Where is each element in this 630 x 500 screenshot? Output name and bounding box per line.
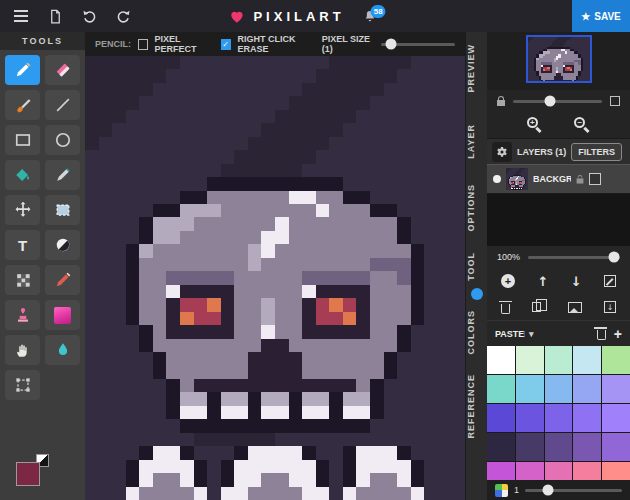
- palette-color-swatch[interactable]: [545, 346, 573, 374]
- tab-colors[interactable]: COLORS: [466, 310, 488, 355]
- delete-layer-icon[interactable]: [501, 304, 510, 314]
- palette-color-swatch[interactable]: [573, 404, 601, 432]
- tab-options[interactable]: OPTIONS: [466, 184, 488, 232]
- palette-color-swatch[interactable]: [516, 346, 544, 374]
- palette-color-swatch[interactable]: [573, 346, 601, 374]
- palette-color-swatch[interactable]: [545, 404, 573, 432]
- zoom-in-icon[interactable]: +: [527, 117, 543, 133]
- redo-icon[interactable]: [114, 7, 132, 25]
- pixel-size-slider[interactable]: [381, 43, 455, 46]
- tool-pencil[interactable]: [5, 55, 40, 85]
- duplicate-layer-icon[interactable]: [532, 302, 541, 312]
- tool-brush[interactable]: [5, 90, 40, 120]
- tab-layer[interactable]: LAYER: [466, 124, 488, 159]
- save-button-label: SAVE: [594, 11, 621, 22]
- brush-icon: [13, 95, 33, 115]
- tool-dither[interactable]: [5, 265, 40, 295]
- add-color-icon[interactable]: +: [614, 326, 622, 342]
- panel-tab-strip: PREVIEWLAYEROPTIONSTOOLCOLORSREFERENCE: [465, 32, 487, 500]
- delete-palette-icon[interactable]: [597, 330, 606, 340]
- merge-image-icon[interactable]: [568, 302, 582, 313]
- slider-knob: [545, 96, 556, 107]
- palette-color-swatch[interactable]: [545, 375, 573, 403]
- tool-gradient[interactable]: [45, 300, 80, 330]
- palette-color-swatch[interactable]: [602, 346, 630, 374]
- primary-color-swatch[interactable]: [16, 462, 40, 486]
- tool-line[interactable]: [45, 90, 80, 120]
- tool-eraser[interactable]: [45, 55, 80, 85]
- tool-hand[interactable]: [5, 335, 40, 365]
- right-click-erase-checkbox[interactable]: ✓: [221, 39, 231, 50]
- move-layer-down-icon[interactable]: ↓: [571, 274, 582, 289]
- color-picker-icon[interactable]: [495, 484, 508, 497]
- preview-expand-button[interactable]: [610, 96, 620, 106]
- tool-stylus[interactable]: [45, 160, 80, 190]
- zoom-out-icon[interactable]: −: [574, 117, 590, 133]
- new-file-icon[interactable]: [46, 7, 64, 25]
- palette-color-swatch[interactable]: [602, 404, 630, 432]
- undo-icon[interactable]: [80, 7, 98, 25]
- layer-visibility-icon[interactable]: [493, 175, 501, 183]
- tool-stamp[interactable]: [5, 300, 40, 330]
- tool-color-replace[interactable]: [45, 265, 80, 295]
- right-panel: + − LAYERS (1) FILTERS: [487, 32, 630, 500]
- tool-droplet[interactable]: [45, 335, 80, 365]
- palette-color-swatch[interactable]: [487, 404, 515, 432]
- palette-color-swatch[interactable]: [573, 462, 601, 480]
- palette-color-swatch[interactable]: [516, 462, 544, 480]
- gear-icon: [496, 146, 508, 158]
- layer-lock-icon[interactable]: [577, 178, 584, 183]
- palette-color-swatch[interactable]: [573, 375, 601, 403]
- pixel-perfect-checkbox[interactable]: ✓: [138, 39, 148, 50]
- tab-reference[interactable]: REFERENCE: [466, 374, 488, 439]
- minus-glyph: −: [577, 118, 582, 127]
- palette-dropdown[interactable]: PASTEL ▾: [495, 329, 589, 339]
- tool-move[interactable]: [5, 195, 40, 225]
- palette-color-swatch[interactable]: [602, 433, 630, 461]
- palette-color-swatch[interactable]: [516, 404, 544, 432]
- tool-tab-active-dot[interactable]: [471, 288, 483, 300]
- palette-color-swatch[interactable]: [602, 375, 630, 403]
- tool-shading[interactable]: [45, 230, 80, 260]
- palette-color-swatch[interactable]: [516, 433, 544, 461]
- palette-grid: [487, 346, 630, 480]
- logo[interactable]: PIXILART 58: [228, 0, 377, 32]
- move-layer-up-icon[interactable]: ↑: [537, 274, 548, 289]
- palette-size-slider[interactable]: [525, 489, 622, 492]
- layer-row[interactable]: BACKGROUND: [487, 164, 630, 194]
- opacity-slider[interactable]: [528, 256, 620, 259]
- notifications-bell[interactable]: 58: [363, 9, 378, 24]
- drawing-canvas[interactable]: [85, 56, 465, 500]
- menu-icon[interactable]: [12, 7, 30, 25]
- tool-rectangle[interactable]: [5, 125, 40, 155]
- palette-color-swatch[interactable]: [487, 375, 515, 403]
- rename-layer-icon[interactable]: [604, 275, 616, 287]
- palette-color-swatch[interactable]: [545, 462, 573, 480]
- palette-color-swatch[interactable]: [573, 433, 601, 461]
- tab-preview[interactable]: PREVIEW: [466, 44, 488, 93]
- tool-text[interactable]: T: [5, 230, 40, 260]
- layer-select-checkbox[interactable]: [589, 173, 601, 185]
- export-layer-icon[interactable]: ↓: [604, 301, 616, 313]
- layer-settings-button[interactable]: [492, 142, 512, 162]
- lock-icon[interactable]: [497, 100, 505, 106]
- tool-select[interactable]: [45, 195, 80, 225]
- plus-glyph: +: [530, 118, 535, 127]
- pixilart-app: PIXILART 58 ★ SAVE TOOLS T: [0, 0, 630, 500]
- palette-color-swatch[interactable]: [487, 346, 515, 374]
- save-button[interactable]: ★ SAVE: [572, 0, 630, 32]
- top-bar: PIXILART 58 ★ SAVE: [0, 0, 630, 32]
- palette-color-swatch[interactable]: [516, 375, 544, 403]
- filters-button[interactable]: FILTERS: [571, 143, 622, 161]
- tool-circle[interactable]: [45, 125, 80, 155]
- add-layer-icon[interactable]: +: [501, 274, 515, 288]
- palette-color-swatch[interactable]: [545, 433, 573, 461]
- tool-bucket[interactable]: [5, 160, 40, 190]
- tab-tool[interactable]: TOOL: [466, 252, 488, 281]
- palette-color-swatch[interactable]: [602, 462, 630, 480]
- tool-crop[interactable]: [5, 370, 40, 400]
- slider-knob: [609, 252, 620, 263]
- palette-color-swatch[interactable]: [487, 433, 515, 461]
- palette-color-swatch[interactable]: [487, 462, 515, 480]
- preview-zoom-slider[interactable]: [513, 100, 602, 103]
